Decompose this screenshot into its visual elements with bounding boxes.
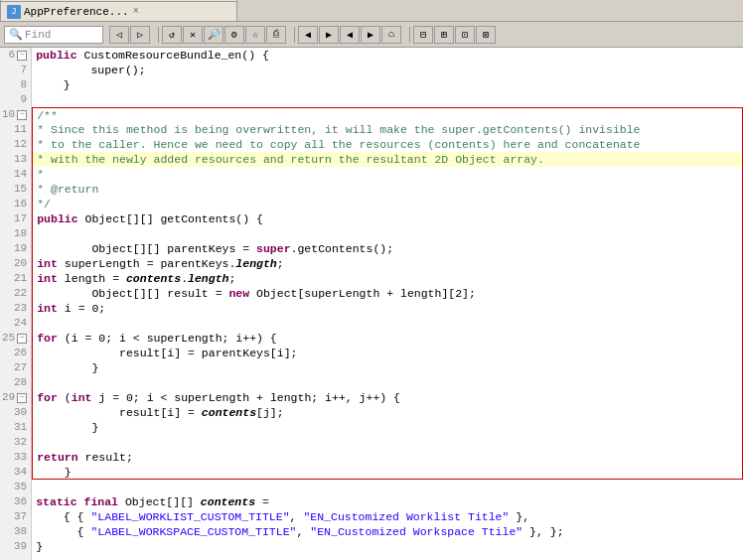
code-line-21: int length = contents.length; [32, 271, 743, 286]
code-line-6: public CustomResourceBundle_en() { [32, 48, 743, 63]
layout1[interactable]: ⊡ [455, 26, 475, 44]
nav-prev[interactable]: ◀ [298, 26, 318, 44]
code-line-30: result[i] = contents[j]; [32, 405, 743, 420]
separator-2 [294, 27, 295, 43]
code-line-28 [32, 375, 743, 390]
zoom-in[interactable]: ⊞ [434, 26, 454, 44]
fold-icon-10[interactable]: − [17, 110, 27, 120]
editor: 6−78910−111213141516171819202122232425−2… [0, 48, 743, 560]
find-box[interactable]: 🔍 Find [4, 26, 103, 44]
line-number-24: 24 [0, 316, 31, 331]
line-number-18: 18 [0, 226, 31, 241]
find-label: Find [25, 29, 51, 41]
code-line-20: int superLength = parentKeys.length; [32, 256, 743, 271]
forward-button[interactable]: ▷ [130, 26, 150, 44]
line-number-29: 29− [0, 390, 31, 405]
toolbar: 🔍 Find ◁ ▷ ↺ ✕ 🔎 ⚙ ☆ ⎙ ◀ ▶ ◀ ▶ ⌂ ⊟ ⊞ ⊡ ⊠ [0, 22, 743, 48]
code-line-37: { { "LABEL_WORKLIST_CUSTOM_TITLE", "EN_C… [32, 509, 743, 524]
code-line-17: public Object[][] getContents() { [32, 211, 743, 226]
view-buttons: ⊟ ⊞ ⊡ ⊠ [413, 26, 497, 44]
line-number-6: 6− [0, 48, 31, 63]
action-buttons: ↺ ✕ 🔎 ⚙ ☆ ⎙ [162, 26, 287, 44]
nav-home[interactable]: ⌂ [381, 26, 401, 44]
line-number-31: 31 [0, 420, 31, 435]
tab-icon: J [7, 5, 21, 19]
fold-icon-25[interactable]: − [17, 334, 27, 344]
line-number-11: 11 [0, 122, 31, 137]
line-number-12: 12 [0, 137, 31, 152]
refresh-button[interactable]: ↺ [162, 26, 182, 44]
code-line-24 [32, 316, 743, 331]
code-line-25: for (i = 0; i < superLength; i++) { [32, 331, 743, 346]
print-button[interactable]: ⎙ [266, 26, 286, 44]
tab-label: AppPreference... [24, 6, 129, 18]
stop-button[interactable]: ✕ [183, 26, 203, 44]
code-line-39: } [32, 539, 743, 554]
line-number-19: 19 [0, 241, 31, 256]
tab-container: JCustomResourceBundle_en.java×JWorkflowR… [0, 0, 238, 21]
tools-button[interactable]: ⚙ [224, 26, 244, 44]
nav-next2[interactable]: ▶ [361, 26, 380, 44]
line-number-16: 16 [0, 197, 31, 211]
line-number-30: 30 [0, 405, 31, 420]
code-line-38: { "LABEL_WORKSPACE_CUSTOM_TITLE", "EN_Cu… [32, 524, 743, 539]
fold-icon-6[interactable]: − [17, 51, 27, 61]
code-area[interactable]: public CustomResourceBundle_en() { super… [32, 48, 743, 560]
fold-icon-29[interactable]: − [17, 393, 27, 403]
line-number-34: 34 [0, 465, 31, 480]
tab-tab4[interactable]: JAppPreference...× [0, 1, 237, 21]
code-line-32 [32, 435, 743, 450]
back-button[interactable]: ◁ [109, 26, 129, 44]
line-number-15: 15 [0, 182, 31, 197]
code-line-9 [32, 92, 743, 107]
code-line-12: * to the caller. Hence we need to copy a… [32, 137, 743, 152]
nav-buttons: ◁ ▷ [109, 26, 151, 44]
bookmark-button[interactable]: ☆ [245, 26, 265, 44]
code-line-14: * [32, 167, 743, 182]
code-line-36: static final Object[][] contents = [32, 494, 743, 509]
line-number-36: 36 [0, 494, 31, 509]
extra-buttons: ◀ ▶ ◀ ▶ ⌂ [298, 26, 402, 44]
code-line-16: */ [32, 197, 743, 211]
line-number-14: 14 [0, 167, 31, 182]
line-number-39: 39 [0, 539, 31, 554]
code-line-15: * @return [32, 182, 743, 197]
code-line-8: } [32, 77, 743, 92]
code-line-26: result[i] = parentKeys[i]; [32, 346, 743, 360]
search-button[interactable]: 🔎 [204, 26, 223, 44]
code-line-34: } [32, 465, 743, 480]
line-number-20: 20 [0, 256, 31, 271]
separator-1 [158, 27, 159, 43]
code-line-23: int i = 0; [32, 301, 743, 316]
line-number-35: 35 [0, 480, 31, 494]
line-number-32: 32 [0, 435, 31, 450]
code-line-35 [32, 480, 743, 494]
nav-next[interactable]: ▶ [319, 26, 339, 44]
line-numbers: 6−78910−111213141516171819202122232425−2… [0, 48, 32, 560]
code-line-19: Object[][] parentKeys = super.getContent… [32, 241, 743, 256]
layout2[interactable]: ⊠ [476, 26, 496, 44]
nav-prev2[interactable]: ◀ [340, 26, 360, 44]
line-number-23: 23 [0, 301, 31, 316]
zoom-out[interactable]: ⊟ [413, 26, 433, 44]
line-number-7: 7 [0, 63, 31, 77]
tab-close[interactable]: × [133, 6, 139, 17]
line-number-37: 37 [0, 509, 31, 524]
line-number-17: 17 [0, 211, 31, 226]
line-number-28: 28 [0, 375, 31, 390]
code-line-7: super(); [32, 63, 743, 77]
code-line-13: * with the newly added resources and ret… [32, 152, 743, 167]
line-number-8: 8 [0, 77, 31, 92]
code-line-27: } [32, 360, 743, 375]
line-number-33: 33 [0, 450, 31, 465]
line-number-21: 21 [0, 271, 31, 286]
code-line-33: return result; [32, 450, 743, 465]
code-line-18 [32, 226, 743, 241]
separator-3 [409, 27, 410, 43]
line-number-25: 25− [0, 331, 31, 346]
line-number-38: 38 [0, 524, 31, 539]
code-line-10: /** [32, 107, 743, 122]
line-number-26: 26 [0, 346, 31, 360]
tab-bar: JCustomResourceBundle_en.java×JWorkflowR… [0, 0, 743, 22]
line-number-13: 13 [0, 152, 31, 167]
